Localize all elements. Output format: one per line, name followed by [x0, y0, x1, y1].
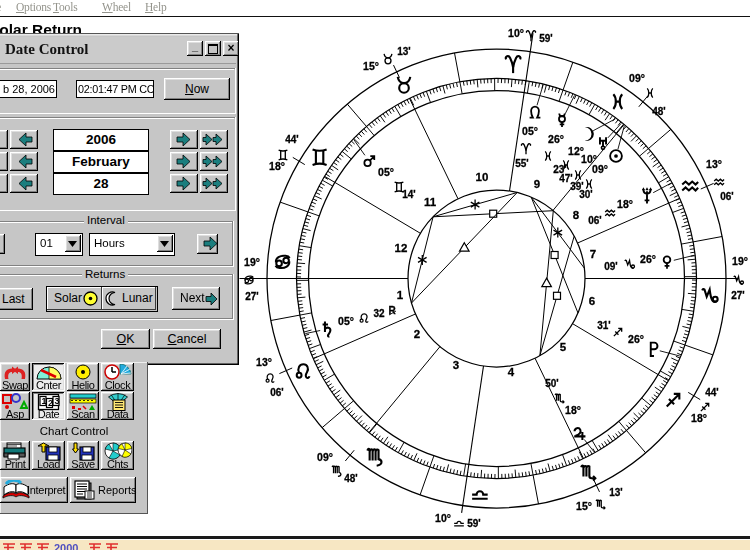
svg-text:30': 30' [579, 189, 593, 200]
svg-text:19°: 19° [244, 256, 260, 268]
svg-text:06': 06' [588, 215, 602, 226]
svg-text:31': 31' [597, 320, 611, 331]
svg-text:5: 5 [560, 341, 567, 353]
svg-text:48': 48' [652, 106, 666, 117]
svg-text:09°: 09° [592, 163, 608, 175]
svg-text:13°: 13° [706, 158, 722, 170]
svg-text:59': 59' [539, 33, 553, 44]
svg-text:44': 44' [285, 134, 299, 145]
svg-text:06': 06' [720, 191, 734, 202]
svg-text:1: 1 [41, 396, 46, 406]
svg-text:55': 55' [515, 158, 529, 169]
svg-text:2: 2 [48, 398, 53, 408]
svg-text:05°: 05° [522, 125, 538, 137]
svg-text:15°: 15° [576, 500, 592, 512]
svg-text:10°: 10° [435, 512, 451, 524]
svg-text:09°: 09° [317, 451, 333, 463]
svg-text:05°: 05° [338, 315, 354, 327]
svg-text:32: 32 [373, 308, 385, 319]
svg-text:48': 48' [344, 473, 358, 484]
svg-text:27': 27' [731, 290, 745, 301]
svg-text:19°: 19° [732, 255, 748, 267]
svg-text:06': 06' [270, 387, 284, 398]
svg-text:2: 2 [414, 328, 420, 340]
svg-text:10°: 10° [508, 27, 524, 39]
svg-text:26°: 26° [628, 333, 644, 345]
svg-text:9: 9 [534, 178, 540, 190]
svg-text:12: 12 [395, 242, 408, 254]
svg-text:14': 14' [402, 189, 416, 200]
svg-text:18°: 18° [691, 412, 707, 424]
svg-text:4: 4 [508, 366, 515, 378]
svg-text:13': 13' [609, 487, 623, 498]
svg-text:1: 1 [397, 289, 404, 301]
svg-text:18°: 18° [565, 404, 581, 416]
svg-text:8: 8 [573, 209, 580, 221]
svg-text:44': 44' [705, 387, 719, 398]
svg-text:26°: 26° [640, 253, 656, 265]
svg-text:10: 10 [476, 171, 489, 183]
svg-text:3: 3 [54, 396, 59, 406]
svg-text:09': 09' [604, 261, 618, 272]
svg-text:13°: 13° [256, 356, 272, 368]
svg-text:26°: 26° [548, 133, 564, 145]
svg-text:50': 50' [545, 378, 559, 389]
svg-text:13': 13' [397, 46, 411, 57]
svg-text:2000: 2000 [54, 542, 78, 550]
svg-text:18°: 18° [617, 198, 633, 210]
svg-text:18°: 18° [269, 160, 285, 172]
svg-text:09°: 09° [629, 72, 645, 84]
svg-text:15°: 15° [363, 60, 379, 72]
svg-text:11: 11 [424, 196, 437, 208]
svg-text:3: 3 [453, 359, 459, 371]
svg-text:27': 27' [245, 291, 259, 302]
svg-text:59': 59' [467, 518, 481, 529]
svg-text:6: 6 [589, 295, 595, 307]
svg-text:7: 7 [590, 248, 596, 260]
svg-text:05°: 05° [378, 166, 394, 178]
